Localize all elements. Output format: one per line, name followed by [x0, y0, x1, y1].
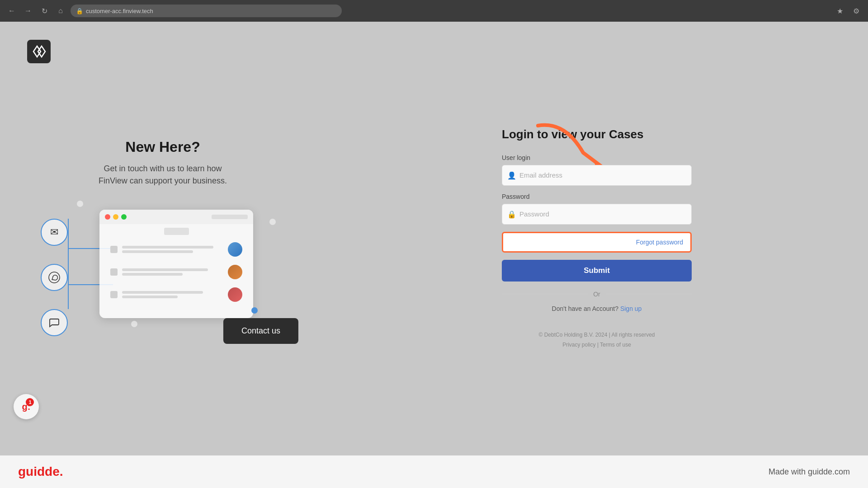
window-row-2 — [110, 265, 242, 279]
home-button[interactable]: ⌂ — [54, 5, 67, 17]
forgot-password-row: Forgot password — [502, 232, 692, 253]
notification-badge: 1 — [26, 398, 34, 406]
dot-blue — [251, 307, 258, 314]
signup-row: Don't have an Account? Sign up — [502, 305, 692, 312]
star-icon[interactable]: ★ — [834, 5, 846, 17]
whatsapp-icon-circle — [41, 264, 68, 291]
or-divider: Or — [502, 291, 692, 298]
email-input-wrapper: 👤 — [502, 165, 692, 186]
dot-gray-3 — [77, 201, 83, 207]
password-input[interactable] — [502, 204, 692, 225]
window-rows — [105, 239, 248, 305]
made-with-text: Made with guidde.com — [769, 467, 850, 477]
footer-links: Privacy policy | Terms of use — [502, 340, 692, 350]
guidde-widget-inner: g: 1 — [22, 402, 31, 412]
login-form-container: Login to view your Cases User login 👤 Pa… — [502, 127, 692, 350]
window-row-1 — [110, 242, 242, 257]
or-text: Or — [593, 291, 600, 298]
no-account-text: Don't have an Account? — [552, 305, 618, 312]
new-here-title: New Here? — [125, 139, 200, 155]
illustration-area: ✉ — [41, 205, 285, 332]
guidde-logo: guidde. — [18, 465, 63, 479]
signup-link[interactable]: Sign up — [620, 305, 642, 312]
email-input[interactable] — [502, 165, 692, 186]
window-row-3 — [110, 287, 242, 302]
connector-vertical — [68, 219, 69, 309]
lock-icon: 🔒 — [76, 8, 83, 14]
user-login-label: User login — [502, 154, 692, 161]
dot-red — [105, 214, 110, 220]
forward-button[interactable]: → — [22, 5, 34, 17]
contact-us-button[interactable]: Contact us — [223, 318, 298, 344]
guidde-widget[interactable]: g: 1 — [14, 394, 39, 419]
password-label: Password — [502, 193, 692, 200]
url-text: customer-acc.finview.tech — [86, 8, 153, 14]
contact-icons: ✉ — [41, 219, 68, 336]
left-content: New Here? Get in touch with us to learn … — [27, 81, 298, 437]
login-title: Login to view your Cases — [502, 127, 692, 141]
bottom-bar: guidde. Made with guidde.com — [0, 455, 868, 488]
or-line-left — [502, 294, 588, 294]
dot-gray-2 — [269, 219, 276, 225]
window-titlebar — [99, 210, 253, 224]
dot-yellow — [113, 214, 118, 220]
new-here-desc: Get in touch with us to learn how FinVie… — [90, 163, 235, 187]
lock-input-icon: 🔒 — [507, 210, 516, 218]
forgot-password-link[interactable]: Forgot password — [636, 239, 683, 246]
submit-button[interactable]: Submit — [502, 260, 692, 282]
left-panel: New Here? Get in touch with us to learn … — [0, 22, 326, 455]
email-icon-circle: ✉ — [41, 219, 68, 246]
chat-icon-circle — [41, 309, 68, 336]
address-bar[interactable]: 🔒 customer-acc.finview.tech — [71, 5, 342, 17]
svg-rect-0 — [27, 40, 51, 63]
extensions-icon[interactable]: ⚙ — [850, 5, 863, 17]
email-icon: 👤 — [507, 171, 516, 179]
browser-chrome: ← → ↻ ⌂ 🔒 customer-acc.finview.tech ★ ⚙ — [0, 0, 868, 22]
refresh-button[interactable]: ↻ — [38, 5, 51, 17]
terms-of-use-link[interactable]: Terms of use — [600, 342, 631, 348]
dot-gray-1 — [131, 321, 137, 327]
window-mockup — [99, 210, 253, 318]
browser-actions: ★ ⚙ — [834, 5, 863, 17]
or-line-right — [606, 294, 692, 294]
right-panel: Login to view your Cases User login 👤 Pa… — [326, 22, 868, 455]
finview-logo-icon — [27, 40, 51, 63]
svg-point-1 — [49, 272, 60, 283]
footer-copyright: © DebtCo Holding B.V. 2024 | All rights … — [502, 330, 692, 340]
privacy-policy-link[interactable]: Privacy policy — [562, 342, 595, 348]
back-button[interactable]: ← — [5, 5, 18, 17]
page-area: New Here? Get in touch with us to learn … — [0, 22, 868, 455]
password-input-wrapper: 🔒 — [502, 204, 692, 225]
footer-text: © DebtCo Holding B.V. 2024 | All rights … — [502, 330, 692, 350]
logo — [27, 40, 298, 63]
dot-green — [121, 214, 127, 220]
